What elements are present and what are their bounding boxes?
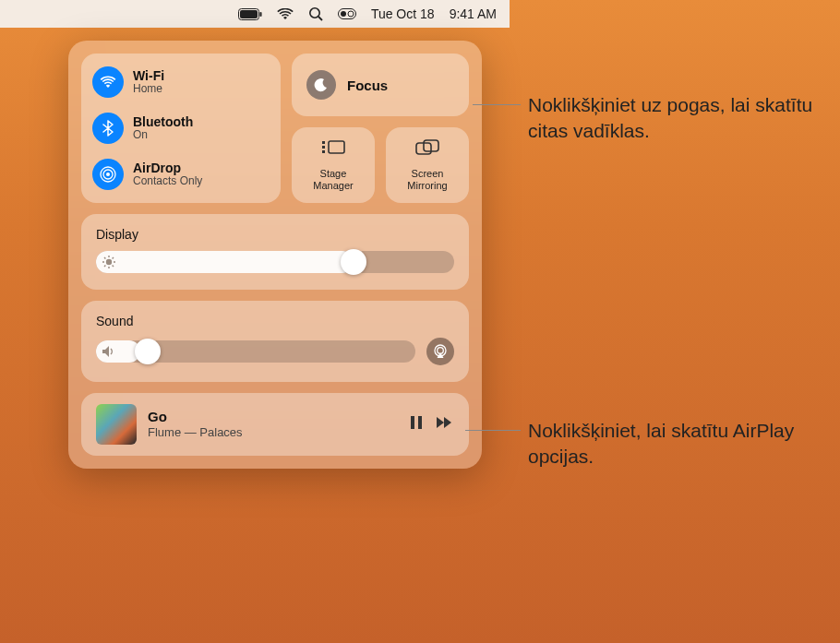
track-subtitle: Flume — Palaces (148, 425, 399, 440)
now-playing-tile[interactable]: Go Flume — Palaces (81, 393, 469, 456)
brightness-icon (102, 255, 116, 269)
display-title: Display (96, 227, 454, 242)
screen-mirroring-label: Screen Mirroring (407, 168, 447, 191)
svg-rect-12 (322, 141, 325, 144)
track-title: Go (148, 409, 399, 425)
svg-rect-13 (322, 146, 325, 149)
bluetooth-row[interactable]: Bluetooth On (92, 109, 270, 148)
airplay-icon (432, 344, 449, 359)
svg-line-25 (113, 257, 114, 258)
svg-rect-1 (240, 10, 258, 18)
sound-tile: Sound (81, 301, 469, 382)
wifi-title: Wi-Fi (133, 68, 164, 83)
display-tile: Display (81, 214, 469, 290)
svg-point-6 (341, 11, 346, 17)
sound-slider[interactable] (96, 340, 415, 363)
svg-line-23 (113, 266, 114, 267)
airdrop-icon (92, 159, 124, 190)
callout-focus: Noklikšķiniet uz pogas, lai skatītu cita… (528, 92, 833, 145)
menubar-date[interactable]: Tue Oct 18 (371, 6, 435, 21)
airdrop-subtitle: Contacts Only (133, 175, 202, 188)
connectivity-tile: Wi-Fi Home Bluetooth On AirDrop (81, 54, 281, 203)
pause-button[interactable] (410, 415, 423, 434)
next-track-button[interactable] (436, 416, 454, 433)
stage-manager-label: Stage Manager (313, 168, 353, 191)
volume-icon (102, 345, 116, 358)
svg-rect-2 (259, 12, 261, 17)
svg-line-24 (104, 266, 105, 267)
svg-rect-29 (418, 416, 422, 429)
focus-tile[interactable]: Focus (292, 54, 469, 116)
wifi-subtitle: Home (133, 83, 164, 96)
airplay-button[interactable] (426, 338, 454, 365)
svg-point-7 (348, 11, 354, 17)
screen-mirroring-icon (414, 138, 440, 162)
svg-line-4 (318, 17, 322, 20)
svg-point-3 (310, 8, 319, 18)
bluetooth-title: Bluetooth (133, 114, 193, 129)
stage-manager-icon (320, 138, 346, 162)
svg-rect-11 (329, 141, 344, 153)
search-icon[interactable] (308, 6, 323, 21)
callout-line (473, 104, 521, 105)
display-slider[interactable] (96, 251, 454, 273)
svg-point-17 (106, 259, 112, 265)
svg-rect-28 (411, 416, 414, 429)
control-center-panel: Wi-Fi Home Bluetooth On AirDrop (68, 41, 482, 469)
svg-point-8 (106, 173, 110, 176)
sound-title: Sound (96, 314, 454, 328)
airdrop-row[interactable]: AirDrop Contacts Only (92, 155, 270, 194)
menubar: Tue Oct 18 9:41 AM (0, 0, 510, 28)
svg-line-22 (104, 257, 105, 258)
menubar-time[interactable]: 9:41 AM (450, 6, 497, 21)
wifi-icon (92, 66, 124, 98)
wifi-icon (277, 8, 294, 20)
control-center-icon[interactable] (338, 8, 356, 19)
wifi-row[interactable]: Wi-Fi Home (92, 63, 270, 101)
airdrop-title: AirDrop (133, 161, 202, 175)
album-art (96, 404, 137, 445)
svg-rect-14 (322, 150, 325, 153)
moon-icon (306, 70, 336, 100)
battery-icon (238, 8, 262, 20)
bluetooth-subtitle: On (133, 129, 193, 142)
callout-airplay: Noklikšķiniet, lai skatītu AirPlay opcij… (528, 418, 833, 470)
focus-label: Focus (347, 77, 388, 93)
bluetooth-icon (92, 113, 124, 144)
callout-line (465, 430, 521, 431)
stage-manager-tile[interactable]: Stage Manager (292, 127, 375, 203)
screen-mirroring-tile[interactable]: Screen Mirroring (386, 127, 469, 203)
